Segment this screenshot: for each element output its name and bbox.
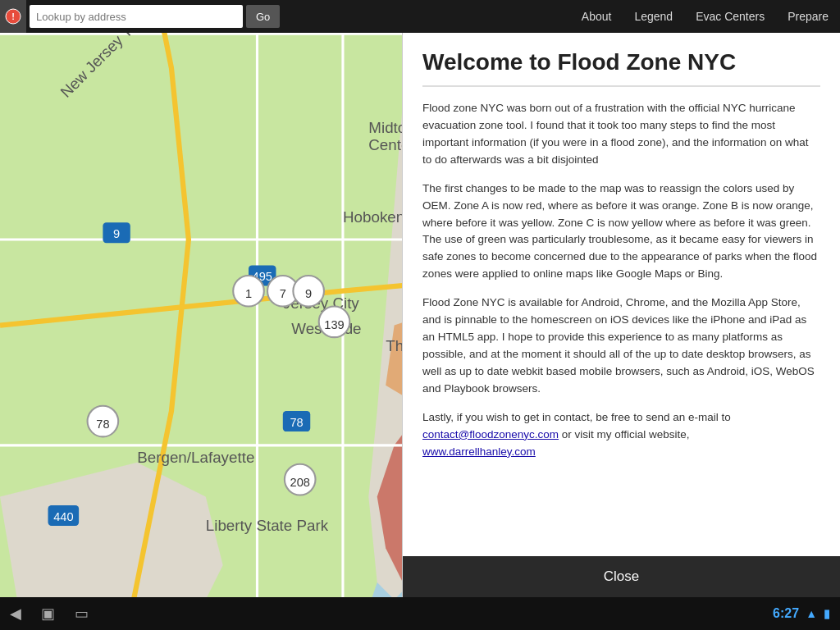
sys-status-right: 6:27 ▲ ▮ — [773, 606, 840, 621]
svg-text:139: 139 — [324, 318, 344, 331]
close-button[interactable]: Close — [578, 562, 665, 591]
modal-para-1: Flood zone NYC was born out of a frustra… — [422, 100, 820, 169]
app-logo: ! — [0, 0, 26, 33]
svg-text:Liberty State Park: Liberty State Park — [206, 517, 329, 534]
recents-icon[interactable]: ▭ — [75, 605, 89, 623]
clock: 6:27 — [773, 606, 799, 621]
modal-para-4: Lastly, if you wish to get in contact, b… — [422, 409, 820, 461]
svg-text:9: 9 — [305, 287, 312, 300]
modal-para-2: The first changes to be made to the map … — [422, 180, 820, 284]
svg-text:78: 78 — [96, 418, 109, 431]
logo-icon: ! — [5, 8, 21, 25]
wifi-icon: ▲ — [806, 607, 817, 620]
modal-title: Welcome to Flood Zone NYC — [422, 49, 820, 87]
modal-para-3: Flood Zone NYC is available for Android,… — [422, 294, 820, 398]
prepare-link[interactable]: Prepare — [776, 0, 840, 33]
go-button[interactable]: Go — [246, 5, 280, 28]
modal-footer: Close — [403, 556, 840, 597]
back-icon[interactable]: ◀ — [10, 605, 21, 623]
about-link[interactable]: About — [570, 0, 623, 33]
email-link[interactable]: contact@floodzonenyc.com — [422, 428, 559, 441]
evac-centers-link[interactable]: Evac Centers — [684, 0, 776, 33]
svg-text:78: 78 — [290, 416, 303, 429]
svg-text:7: 7 — [280, 287, 286, 300]
svg-text:Hoboken: Hoboken — [343, 208, 404, 226]
website-link[interactable]: www.darrellhanley.com — [422, 445, 536, 458]
system-bar: ◀ ▣ ▭ 6:27 ▲ ▮ — [0, 597, 840, 630]
sys-nav-left: ◀ ▣ ▭ — [0, 605, 89, 623]
legend-link[interactable]: Legend — [623, 0, 684, 33]
battery-icon: ▮ — [824, 607, 830, 620]
search-input[interactable] — [30, 5, 243, 28]
svg-text:440: 440 — [53, 510, 73, 523]
svg-text:208: 208 — [290, 476, 310, 489]
nav-links: About Legend Evac Centers Prepare — [570, 0, 840, 33]
svg-text:!: ! — [11, 11, 15, 21]
svg-text:9: 9 — [113, 227, 120, 240]
modal-body: Welcome to Flood Zone NYC Flood zone NYC… — [403, 33, 840, 556]
navbar: ! Go About Legend Evac Centers Prepare — [0, 0, 840, 33]
svg-text:Bergen/Lafayette: Bergen/Lafayette — [137, 449, 254, 466]
svg-text:1: 1 — [245, 287, 252, 300]
about-modal: Welcome to Flood Zone NYC Flood zone NYC… — [402, 33, 840, 597]
home-icon[interactable]: ▣ — [41, 605, 55, 623]
